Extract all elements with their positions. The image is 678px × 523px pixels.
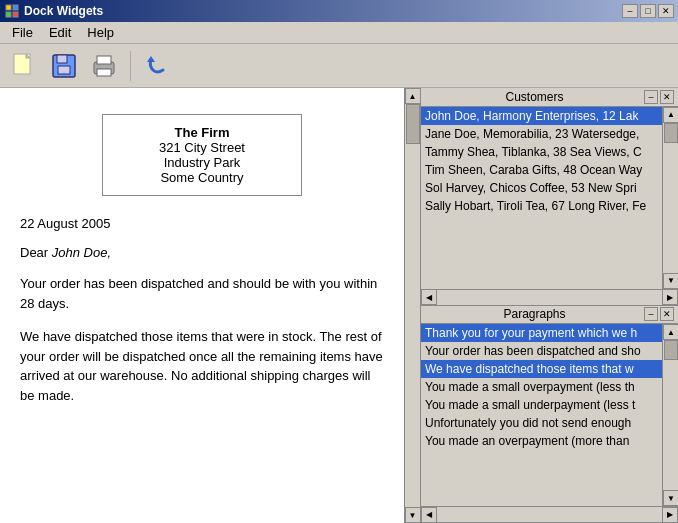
customers-panel-undock-button[interactable]: – [644,90,658,104]
toolbar [0,44,678,88]
maximize-button[interactable]: □ [640,4,656,18]
paragraphs-list-wrap: Thank you for your payment which we hYou… [421,324,662,506]
greeting-name: John Doe, [52,245,111,260]
doc-scroll-down[interactable]: ▼ [405,507,421,523]
doc-scroll-track[interactable] [405,104,420,507]
svg-rect-0 [6,5,11,10]
letter-greeting: Dear John Doe, [20,245,384,260]
document-outer: The Firm 321 City Street Industry Park S… [0,88,420,523]
customers-list: John Doe, Harmony Enterprises, 12 LakJan… [421,107,662,215]
customers-list-item[interactable]: Sally Hobart, Tiroli Tea, 67 Long River,… [421,197,662,215]
address-line3: Some Country [123,170,281,185]
paragraphs-panel-header-buttons: – ✕ [644,307,674,321]
customers-list-item[interactable]: Jane Doe, Memorabilia, 23 Watersedge, [421,125,662,143]
paragraphs-scroll-down[interactable]: ▼ [663,490,678,506]
doc-scroll-thumb[interactable] [406,104,420,144]
customers-panel-header: Customers – ✕ [421,88,678,107]
customers-hscrollbar[interactable]: ◀ ▶ [421,289,678,305]
paragraphs-scroll-track[interactable] [663,340,678,490]
menu-bar: File Edit Help [0,22,678,44]
paragraphs-hscrollbar[interactable]: ◀ ▶ [421,506,678,522]
paragraphs-list-item[interactable]: Unfortunately you did not send enough [421,414,662,432]
svg-rect-7 [57,55,67,63]
customers-scroll-thumb[interactable] [664,123,678,143]
svg-rect-11 [97,69,111,76]
toolbar-separator [130,51,131,81]
customers-list-wrap: John Doe, Harmony Enterprises, 12 LakJan… [421,107,662,289]
customers-panel-close-button[interactable]: ✕ [660,90,674,104]
menu-file[interactable]: File [4,23,41,42]
customers-list-item[interactable]: Tammy Shea, Tiblanka, 38 Sea Views, C [421,143,662,161]
paragraphs-vscrollbar[interactable]: ▲ ▼ [662,324,678,506]
right-panels: Customers – ✕ John Doe, Harmony Enterpri… [420,88,678,523]
title-bar-text: Dock Widgets [24,4,622,18]
paragraphs-scroll-thumb[interactable] [664,340,678,360]
paragraphs-list-item[interactable]: We have dispatched those items that w [421,360,662,378]
close-button[interactable]: ✕ [658,4,674,18]
main-area: The Firm 321 City Street Industry Park S… [0,88,678,523]
paragraphs-panel-title: Paragraphs [425,307,644,321]
paragraphs-panel-undock-button[interactable]: – [644,307,658,321]
paragraphs-hscroll-left[interactable]: ◀ [421,507,437,523]
menu-edit[interactable]: Edit [41,23,79,42]
title-bar: Dock Widgets – □ ✕ [0,0,678,22]
paragraphs-list-item[interactable]: Your order has been dispatched and sho [421,342,662,360]
save-button[interactable] [46,48,82,84]
address-line2: Industry Park [123,155,281,170]
customers-panel-title: Customers [425,90,644,104]
menu-help[interactable]: Help [79,23,122,42]
svg-rect-1 [13,5,18,10]
letter-para-1: Your order has been dispatched and shoul… [20,274,384,313]
document-content: The Firm 321 City Street Industry Park S… [0,88,404,523]
doc-vscrollbar[interactable]: ▲ ▼ [404,88,420,523]
paragraphs-list-item[interactable]: You made a small overpayment (less th [421,378,662,396]
svg-rect-2 [6,12,11,17]
minimize-button[interactable]: – [622,4,638,18]
customers-list-item[interactable]: Tim Sheen, Caraba Gifts, 48 Ocean Way [421,161,662,179]
address-line1: 321 City Street [123,140,281,155]
paragraphs-list-item[interactable]: You made an overpayment (more than [421,432,662,450]
letter-para-2: We have dispatched those items that were… [20,327,384,405]
new-document-button[interactable] [6,48,42,84]
customers-hscroll-track[interactable] [437,290,662,305]
paragraphs-list-item[interactable]: You made a small underpayment (less t [421,396,662,414]
undo-button[interactable] [139,48,175,84]
customers-scroll-area: John Doe, Harmony Enterprises, 12 LakJan… [421,107,678,289]
svg-rect-10 [97,56,111,64]
print-button[interactable] [86,48,122,84]
customers-scroll-down[interactable]: ▼ [663,273,678,289]
svg-rect-8 [58,66,70,74]
customers-panel: Customers – ✕ John Doe, Harmony Enterpri… [421,88,678,306]
customers-scroll-up[interactable]: ▲ [663,107,678,123]
paragraphs-panel-close-button[interactable]: ✕ [660,307,674,321]
customers-panel-header-buttons: – ✕ [644,90,674,104]
paragraphs-panel: Paragraphs – ✕ Thank you for your paymen… [421,306,678,524]
svg-marker-12 [147,56,155,62]
paragraphs-hscroll-track[interactable] [437,507,662,522]
svg-rect-3 [13,12,18,17]
letter-date: 22 August 2005 [20,216,384,231]
customers-hscroll-left[interactable]: ◀ [421,289,437,305]
address-box: The Firm 321 City Street Industry Park S… [102,114,302,196]
paragraphs-panel-header: Paragraphs – ✕ [421,306,678,325]
doc-scroll-up[interactable]: ▲ [405,88,421,104]
customers-vscrollbar[interactable]: ▲ ▼ [662,107,678,289]
customers-list-item[interactable]: Sol Harvey, Chicos Coffee, 53 New Spri [421,179,662,197]
address-name: The Firm [123,125,281,140]
customers-hscroll-right[interactable]: ▶ [662,289,678,305]
customers-list-item[interactable]: John Doe, Harmony Enterprises, 12 Lak [421,107,662,125]
title-bar-buttons: – □ ✕ [622,4,674,18]
paragraphs-hscroll-right[interactable]: ▶ [662,507,678,523]
customers-scroll-track[interactable] [663,123,678,273]
paragraphs-list: Thank you for your payment which we hYou… [421,324,662,450]
paragraphs-scroll-area: Thank you for your payment which we hYou… [421,324,678,506]
app-icon [4,3,20,19]
paragraphs-scroll-up[interactable]: ▲ [663,324,678,340]
paragraphs-list-item[interactable]: Thank you for your payment which we h [421,324,662,342]
